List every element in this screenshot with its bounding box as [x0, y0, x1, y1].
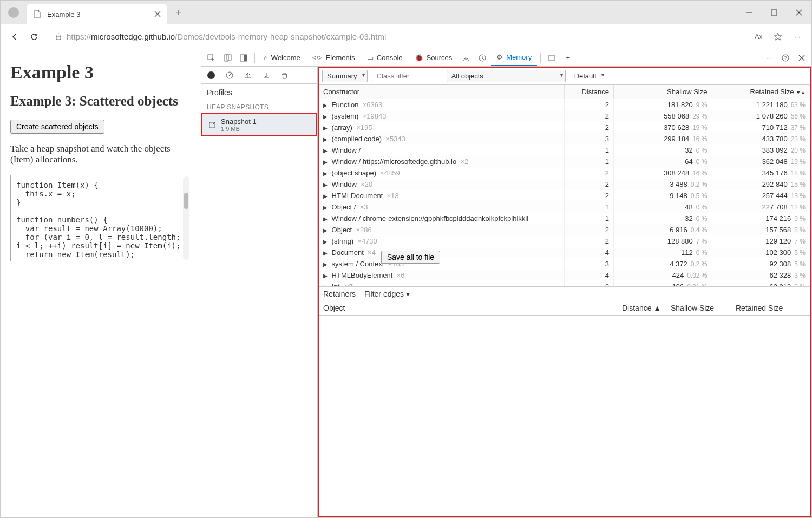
expand-icon[interactable]: ▶: [323, 102, 330, 108]
tab-console[interactable]: ▭Console: [362, 50, 408, 66]
col-retained[interactable]: Retained Size ▼▲: [712, 85, 810, 99]
memory-toolbar: [201, 67, 317, 84]
expand-icon[interactable]: ▶: [323, 148, 330, 154]
page-h2: Example 3: Scattered objects: [10, 94, 191, 109]
expand-icon[interactable]: ▶: [323, 205, 330, 211]
table-row[interactable]: ▶ Window / chrome-extension://gpphkfbcpi…: [319, 213, 810, 224]
table-row[interactable]: ▶ Intl ×721960.01 %62 0123 %: [319, 281, 810, 286]
inspect-element-icon[interactable]: [204, 50, 219, 65]
expand-icon[interactable]: ▶: [323, 159, 330, 165]
table-row[interactable]: ▶ Object ×28626 9160.4 %157 5688 %: [319, 224, 810, 235]
favorites-button[interactable]: [768, 27, 788, 47]
browser-tab[interactable]: Example 3: [27, 4, 167, 24]
class-filter-input[interactable]: [372, 70, 442, 82]
svg-rect-6: [244, 55, 247, 61]
address-bar[interactable]: https://microsoftedge.github.io/Demos/de…: [48, 28, 744, 46]
table-row[interactable]: ▶ (string) ×47302128 8807 %129 1207 %: [319, 235, 810, 247]
table-row[interactable]: ▶ (system) ×198432558 06829 %1 078 26056…: [319, 110, 810, 122]
browser-toolbar: https://microsoftedge.github.io/Demos/de…: [1, 24, 811, 49]
help-icon[interactable]: ?: [778, 50, 793, 65]
code-icon: </>: [312, 54, 323, 62]
network-icon[interactable]: [459, 50, 474, 65]
tab-elements[interactable]: </>Elements: [307, 50, 361, 66]
table-row[interactable]: ▶ (compiled code) ×53433299 18416 %433 7…: [319, 133, 810, 145]
gc-button[interactable]: [278, 69, 291, 82]
read-aloud-button[interactable]: A)): [749, 27, 768, 47]
col-distance[interactable]: Distance: [565, 85, 614, 99]
drawer-icon[interactable]: [544, 50, 559, 65]
close-window-button[interactable]: [787, 1, 811, 24]
scrollbar-thumb[interactable]: [184, 193, 188, 209]
close-devtools-icon[interactable]: [794, 50, 809, 65]
tab-sources[interactable]: 🐞Sources: [409, 50, 458, 66]
expand-icon[interactable]: ▶: [323, 250, 330, 256]
snapshot-item[interactable]: Snapshot 1 1.9 MB: [201, 113, 317, 136]
table-row[interactable]: ▶ (array) ×1952370 62819 %710 71237 %: [319, 122, 810, 133]
expand-icon[interactable]: ▶: [323, 261, 330, 267]
col-shallow-r[interactable]: Shallow Size: [671, 304, 736, 312]
table-row[interactable]: ▶ (object shape) ×48592308 24816 %345 17…: [319, 167, 810, 179]
dock-side-icon[interactable]: [236, 50, 251, 65]
minimize-button[interactable]: [737, 1, 762, 24]
more-tools-icon[interactable]: ···: [762, 50, 777, 65]
save-button[interactable]: [260, 69, 273, 82]
expand-icon[interactable]: ▶: [323, 136, 330, 142]
view-dropdown[interactable]: Summary: [322, 70, 368, 82]
col-object[interactable]: Object: [323, 304, 622, 312]
table-row[interactable]: ▶ Window ×2023 4880.2 %292 84015 %: [319, 179, 810, 190]
clear-button[interactable]: [223, 69, 236, 82]
retainers-empty: [319, 316, 810, 517]
close-tab-icon[interactable]: [154, 11, 161, 17]
expand-icon[interactable]: ▶: [323, 239, 330, 245]
expand-icon[interactable]: ▶: [323, 125, 330, 131]
expand-icon[interactable]: ▶: [323, 273, 330, 279]
objects-filter-dropdown[interactable]: All objects: [447, 70, 566, 82]
col-retained-r[interactable]: Retained Size: [736, 304, 806, 312]
new-tab-button[interactable]: +: [171, 4, 187, 21]
settings-menu-button[interactable]: ···: [788, 27, 807, 47]
performance-icon[interactable]: [475, 50, 490, 65]
expand-icon[interactable]: ▶: [323, 227, 330, 233]
table-row[interactable]: ▶ Window / 1320 %383 09220 %: [319, 145, 810, 156]
expand-icon[interactable]: ▶: [323, 171, 330, 176]
tab-welcome[interactable]: ⌂Welcome: [258, 50, 306, 66]
refresh-button[interactable]: [24, 27, 44, 47]
table-row[interactable]: ▶ HTMLBodyElement ×644240.02 %62 3283 %: [319, 270, 810, 281]
perspective-dropdown[interactable]: Default: [570, 70, 606, 82]
home-icon: ⌂: [264, 54, 268, 62]
svg-rect-0: [771, 10, 777, 15]
url-path: /Demos/devtools-memory-heap-snapshot/exa…: [175, 32, 386, 41]
code-textarea[interactable]: function Item(x) { this.x = x; } functio…: [10, 175, 191, 261]
page-paragraph: Take a heap snapshot and watch the objec…: [10, 143, 191, 165]
filter-edges-dropdown[interactable]: Filter edges ▾: [364, 290, 410, 298]
expand-icon[interactable]: ▶: [323, 284, 330, 286]
save-all-to-file-button[interactable]: Save all to file: [381, 251, 440, 264]
add-tab-icon[interactable]: +: [560, 50, 575, 65]
create-scattered-objects-button[interactable]: Create scattered objects: [10, 120, 104, 134]
table-row[interactable]: ▶ HTMLDocument ×1329 1480.5 %257 44413 %: [319, 190, 810, 201]
col-shallow[interactable]: Shallow Size: [614, 85, 712, 99]
col-distance-r[interactable]: Distance ▲: [622, 304, 671, 312]
tab-memory[interactable]: ⚙Memory: [491, 50, 537, 66]
expand-icon[interactable]: ▶: [323, 216, 330, 222]
table-row[interactable]: ▶ Window / https://microsoftedge.github.…: [319, 156, 810, 167]
maximize-button[interactable]: [762, 1, 787, 24]
load-button[interactable]: [241, 69, 254, 82]
profile-avatar[interactable]: [8, 7, 19, 18]
retainers-columns: Object Distance ▲ Shallow Size Retained …: [319, 301, 810, 316]
lock-icon: [55, 33, 62, 41]
table-row[interactable]: ▶ Function ×63632181 8209 %1 221 18063 %: [319, 99, 810, 111]
device-emulation-icon[interactable]: [220, 50, 235, 65]
expand-icon[interactable]: ▶: [323, 182, 330, 188]
retainers-label: Retainers: [323, 290, 356, 298]
svg-rect-3: [224, 55, 228, 61]
back-button[interactable]: [5, 27, 24, 47]
table-row[interactable]: ▶ Object / ×31480 %227 70812 %: [319, 201, 810, 213]
url-host: microsoftedge.github.io: [91, 32, 175, 41]
expand-icon[interactable]: ▶: [323, 193, 330, 199]
code-scrollbar[interactable]: [183, 176, 189, 260]
col-constructor[interactable]: Constructor: [319, 85, 565, 99]
record-button[interactable]: [205, 69, 218, 82]
expand-icon[interactable]: ▶: [323, 114, 330, 120]
code-text: function Item(x) { this.x = x; } functio…: [16, 181, 180, 259]
